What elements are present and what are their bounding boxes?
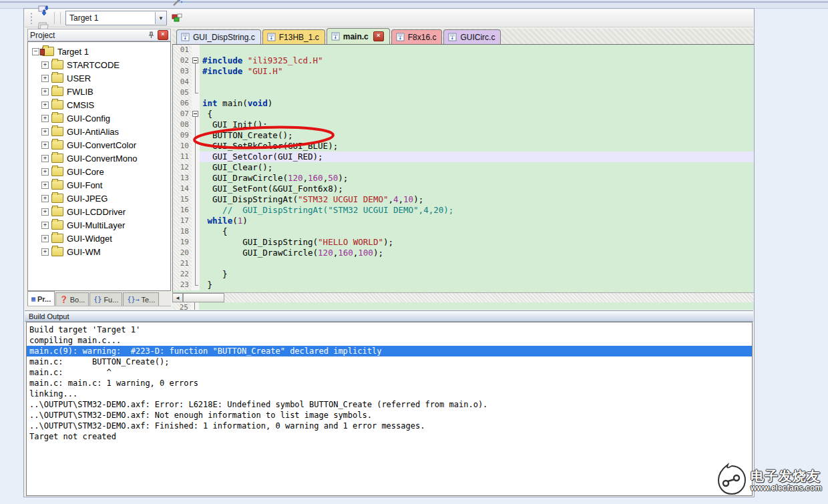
build-output-line-4[interactable]: main.c: BUTTON_Create(); xyxy=(29,356,752,367)
code-text[interactable]: #include "ili9325_lcd.H" xyxy=(200,55,754,66)
code-text[interactable]: GUI_SetFont(&GUI_Font6x8); xyxy=(200,184,754,194)
file-tab-f8x16-c[interactable]: F8x16.c xyxy=(391,29,443,44)
project-bottom-tab-bo[interactable]: ❓Bo... xyxy=(55,292,89,306)
tree-item-gui-font[interactable]: +GUI-Font xyxy=(28,178,170,192)
tree-item-gui-antialias[interactable]: +GUI-AntiAlias xyxy=(28,125,170,138)
expand-icon[interactable]: + xyxy=(41,115,49,122)
editor-line-22[interactable]: 22 } xyxy=(173,269,754,280)
chevron-down-icon[interactable]: ▼ xyxy=(155,12,166,24)
file-tab-gui_dispstring-c[interactable]: GUI_DispString.c xyxy=(176,29,261,44)
code-text[interactable]: } xyxy=(200,280,754,290)
expand-icon[interactable]: + xyxy=(41,222,49,229)
pin-icon[interactable] xyxy=(146,31,156,40)
editor-line-10[interactable]: 10 GUI_SetBkColor(GUI_BLUE); xyxy=(173,141,754,152)
hscrollbar-thumb[interactable] xyxy=(183,293,224,302)
tree-item-gui-core[interactable]: +GUI-Core xyxy=(28,165,170,178)
tree-item-gui-convertcolor[interactable]: +GUI-ConvertColor xyxy=(28,138,170,152)
file-tab-guicirc-c[interactable]: GUICirc.c xyxy=(443,29,501,44)
editor-line-06[interactable]: 06int main(void) xyxy=(173,98,754,109)
code-text[interactable]: #include "GUI.H" xyxy=(200,66,754,77)
editor-line-14[interactable]: 14 GUI_SetFont(&GUI_Font6x8); xyxy=(173,184,754,194)
tree-item-fwlib[interactable]: +FWLIB xyxy=(28,85,170,98)
editor-line-03[interactable]: 03#include "GUI.H" xyxy=(173,66,754,77)
rebuild-icon[interactable] xyxy=(35,2,51,18)
build-output-line-5[interactable]: main.c: ^ xyxy=(29,367,752,378)
project-bottom-tab-fu[interactable]: {}Fu... xyxy=(89,292,122,306)
build-output-line-2[interactable]: compiling main.c... xyxy=(29,335,752,346)
editor-line-13[interactable]: 13 GUI_DrawCircle(120,160,50); xyxy=(173,173,754,184)
code-text[interactable]: GUI_DispString("HELLO WORLD"); xyxy=(200,237,754,248)
code-text[interactable]: while(1) xyxy=(200,216,754,226)
code-editor[interactable]: 0102#include "ili9325_lcd.H"03#include "… xyxy=(172,45,754,292)
editor-line-18[interactable]: 18 { xyxy=(173,226,754,237)
code-text[interactable]: GUI_SetBkColor(GUI_BLUE); xyxy=(200,141,754,152)
code-text[interactable]: { xyxy=(200,109,754,119)
code-text[interactable]: GUI_SetColor(GUI_RED); xyxy=(200,152,754,162)
editor-line-11[interactable]: 11 GUI_SetColor(GUI_RED); xyxy=(173,152,754,162)
target-select[interactable]: Target 1 ▼ xyxy=(65,11,167,25)
build-output-line-11[interactable]: Target not created xyxy=(29,431,752,442)
editor-line-09[interactable]: 09 BUTTON_Create(); xyxy=(173,130,754,141)
editor-line-01[interactable]: 01 xyxy=(173,45,754,55)
code-text[interactable] xyxy=(200,77,754,87)
tree-item-gui-multilayer[interactable]: +GUI-MultiLayer xyxy=(28,218,170,232)
build-output-line-1[interactable]: Build target 'Target 1' xyxy=(29,324,752,335)
tree-item-gui-lcddriver[interactable]: +GUI-LCDDriver xyxy=(28,205,170,218)
expand-icon[interactable]: + xyxy=(41,75,49,82)
build-output-line-6[interactable]: main.c: main.c: 1 warning, 0 errors xyxy=(29,378,752,389)
build-output-line-8[interactable]: ..\OUTPUT\STM32-DEMO.axf: Error: L6218E:… xyxy=(29,399,752,410)
tree-item-user[interactable]: +USER xyxy=(28,71,170,85)
code-text[interactable]: // GUI_DispStringAt("STM32 UCGUI DEMO",4… xyxy=(200,205,754,216)
file-tab-main-c[interactable]: main.c× xyxy=(327,28,390,44)
editor-line-05[interactable]: 05 xyxy=(173,87,754,98)
code-text[interactable] xyxy=(200,258,754,269)
editor-line-04[interactable]: 04 xyxy=(173,77,754,87)
tree-item-gui-config[interactable]: +GUI-Config xyxy=(28,111,170,125)
fold-collapse-icon[interactable] xyxy=(192,111,198,117)
build-output-line-3[interactable]: main.c(9): warning: #223-D: function "BU… xyxy=(27,346,752,356)
code-text[interactable]: GUI_Init(); xyxy=(200,119,754,130)
code-text[interactable] xyxy=(200,87,754,98)
expand-icon[interactable]: + xyxy=(41,195,49,202)
expand-icon[interactable]: + xyxy=(41,101,49,109)
editor-line-20[interactable]: 20 GUI_DrawCircle(120,160,100); xyxy=(173,248,754,258)
code-text[interactable]: GUI_DrawCircle(120,160,50); xyxy=(200,173,754,184)
tree-item-gui-wm[interactable]: +GUI-WM xyxy=(28,245,170,258)
editor-line-17[interactable]: 17 while(1) xyxy=(173,216,754,226)
file-tab-f13hb_1-c[interactable]: F13HB_1.c xyxy=(262,29,325,44)
manage-components-icon[interactable] xyxy=(169,10,185,26)
expand-icon[interactable]: + xyxy=(41,168,49,176)
expand-icon[interactable]: + xyxy=(41,61,49,69)
code-text[interactable]: { xyxy=(200,226,754,237)
target-options-icon[interactable] xyxy=(169,0,185,10)
tree-root-target[interactable]: −Target 1 xyxy=(28,45,170,58)
editor-line-02[interactable]: 02#include "ili9325_lcd.H" xyxy=(173,55,754,66)
expand-icon[interactable]: + xyxy=(41,142,49,149)
expand-icon[interactable]: + xyxy=(41,235,49,242)
tree-item-cmsis[interactable]: +CMSIS xyxy=(28,98,170,111)
editor-line-08[interactable]: 08 GUI_Init(); xyxy=(173,119,754,130)
tree-item-gui-convertmono[interactable]: +GUI-ConvertMono xyxy=(28,152,170,165)
expand-icon[interactable]: + xyxy=(41,128,49,136)
code-text[interactable]: } xyxy=(200,269,754,280)
editor-line-23[interactable]: 23 } xyxy=(173,280,754,290)
editor-line-19[interactable]: 19 GUI_DispString("HELLO WORLD"); xyxy=(173,237,754,248)
expand-icon[interactable]: + xyxy=(41,248,49,256)
tab-close-icon[interactable]: × xyxy=(373,31,384,41)
project-bottom-tab-te[interactable]: {}→Te... xyxy=(123,292,159,306)
collapse-expander-icon[interactable]: − xyxy=(32,48,39,55)
toolbar-grip[interactable] xyxy=(30,12,33,24)
editor-line-16[interactable]: 16 // GUI_DispStringAt("STM32 UCGUI DEMO… xyxy=(173,205,754,216)
tree-item-gui-jpeg[interactable]: +GUI-JPEG xyxy=(28,192,170,205)
fold-margin[interactable] xyxy=(192,55,200,66)
editor-line-21[interactable]: 21 xyxy=(173,258,754,269)
code-text[interactable]: GUI_Clear(); xyxy=(200,162,754,173)
tree-item-gui-widget[interactable]: +GUI-Widget xyxy=(28,232,170,245)
project-bottom-tab-pr[interactable]: ▦Pr... xyxy=(27,291,55,306)
build-output-line-7[interactable]: linking... xyxy=(29,389,752,399)
scroll-left-icon[interactable]: ◄ xyxy=(172,293,183,302)
fold-margin[interactable] xyxy=(192,109,200,119)
build-output-line-10[interactable]: ..\OUTPUT\STM32-DEMO.axf: Finished: 1 in… xyxy=(29,421,752,431)
code-text[interactable]: GUI_DispStringAt("STM32 UCGUI DEMO",4,10… xyxy=(200,194,754,205)
editor-line-12[interactable]: 12 GUI_Clear(); xyxy=(173,162,754,173)
